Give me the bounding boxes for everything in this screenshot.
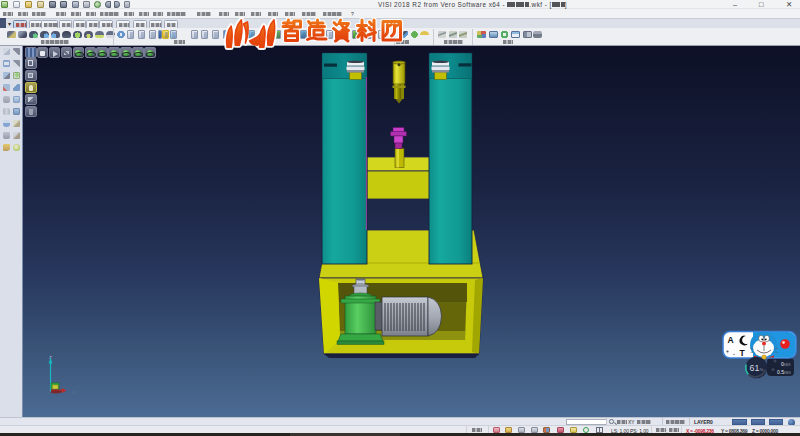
- svg-text:61: 61: [750, 363, 760, 373]
- svg-text:%: %: [760, 367, 764, 372]
- svg-text:x: x: [72, 389, 75, 395]
- svg-text:T: T: [740, 348, 746, 358]
- svg-text:A: A: [728, 335, 734, 345]
